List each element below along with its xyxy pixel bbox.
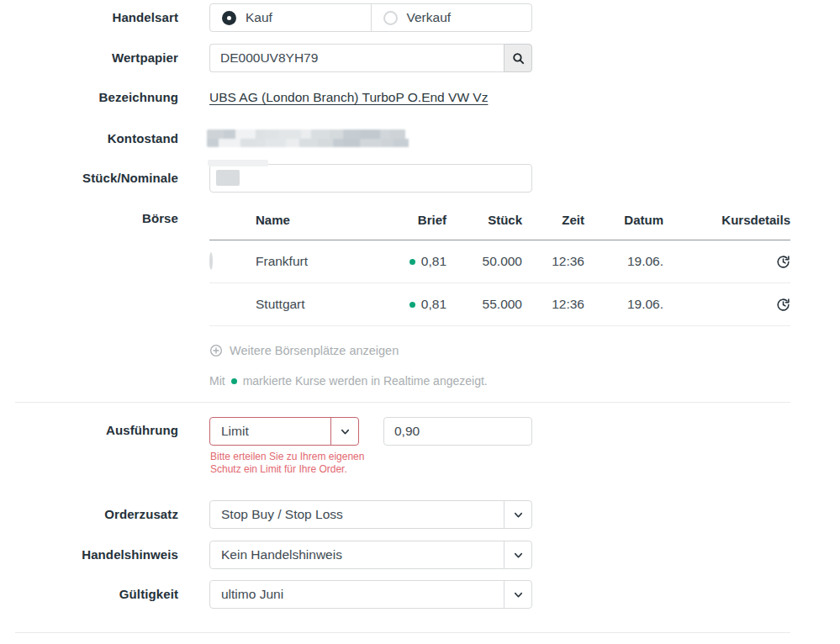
chevron-down-icon — [512, 549, 525, 562]
gueltigkeit-label: Gültigkeit — [0, 587, 178, 601]
gueltigkeit-value: ultimo Juni — [210, 581, 504, 608]
handelshinweis-label: Handelshinweis — [0, 547, 178, 562]
col-header-datum: Datum — [584, 213, 663, 227]
table-row-stuttgart: Stuttgart 0,81 55.000 12:36 19.06. — [209, 283, 790, 326]
realtime-note-prefix: Mit — [209, 374, 225, 388]
radio-option-verkauf[interactable]: Verkauf — [371, 4, 532, 31]
orderzusatz-select[interactable]: Stop Buy / Stop Loss — [209, 500, 532, 529]
chevron-down-icon — [512, 589, 525, 601]
handelsart-radio-group: Kauf Verkauf — [209, 3, 532, 32]
limit-value-input[interactable] — [383, 417, 532, 446]
brief-value: 0,81 — [421, 254, 446, 269]
boerse-table: Name Brief Stück Zeit Datum Kursdetails … — [209, 213, 790, 326]
wertpapier-label: Wertpapier — [0, 50, 178, 65]
plus-circle-icon — [209, 344, 223, 357]
chevron-down-icon — [512, 509, 525, 521]
order-form-page: Handelsart Wertpapier Bezeichnung Kontos… — [0, 0, 840, 644]
select-chevron-segment — [504, 581, 531, 608]
stueck-nominale-input[interactable] — [209, 164, 532, 193]
col-header-brief: Brief — [369, 213, 446, 227]
col-header-kursdetails: Kursdetails — [663, 213, 790, 227]
wertpapier-search-button[interactable] — [504, 44, 532, 72]
ausfuehrung-type-select[interactable]: Limit — [209, 417, 359, 446]
realtime-note: Mit markierte Kurse werden in Realtime a… — [209, 374, 488, 388]
datum-value: 19.06. — [584, 254, 663, 269]
boerse-table-header: Name Brief Stück Zeit Datum Kursdetails — [209, 213, 790, 240]
orderzusatz-value: Stop Buy / Stop Loss — [210, 501, 504, 528]
stueck-nominale-label: Stück/Nominale — [0, 171, 178, 185]
select-chevron-segment — [330, 418, 358, 445]
stueck-value: 50.000 — [446, 254, 522, 269]
col-header-stueck: Stück — [446, 213, 522, 227]
stueck-redaction-smudge — [208, 160, 268, 166]
limit-error-message: Bitte erteilen Sie zu Ihrem eigenen Schu… — [210, 451, 375, 476]
realtime-dot-icon — [409, 302, 415, 308]
exchange-radio-frankfurt[interactable] — [209, 252, 213, 270]
wertpapier-input[interactable] — [209, 44, 504, 72]
orderzusatz-label: Orderzusatz — [0, 507, 178, 521]
gueltigkeit-select[interactable]: ultimo Juni — [209, 580, 532, 609]
handelshinweis-select[interactable]: Kein Handelshinweis — [209, 541, 532, 569]
select-chevron-segment — [504, 501, 531, 528]
select-chevron-segment — [504, 541, 531, 568]
exchange-name: Frankfurt — [256, 254, 369, 269]
more-exchanges-label: Weitere Börsenplätze anzeigen — [230, 344, 399, 357]
zeit-value: 12:36 — [522, 297, 584, 312]
search-icon — [511, 51, 526, 66]
ausfuehrung-type-value: Limit — [210, 418, 330, 445]
section-divider — [15, 402, 790, 403]
table-row-frankfurt: Frankfurt 0,81 50.000 12:36 19.06. — [209, 240, 790, 283]
more-exchanges-link[interactable]: Weitere Börsenplätze anzeigen — [209, 344, 399, 357]
bezeichnung-link[interactable]: UBS AG (London Branch) TurboP O.End VW V… — [209, 90, 488, 105]
realtime-note-suffix: markierte Kurse werden in Realtime angez… — [243, 374, 488, 388]
kontostand-redacted — [207, 129, 415, 147]
kontostand-label: Kontostand — [0, 131, 178, 145]
wertpapier-field — [209, 44, 532, 72]
radio-option-kauf[interactable]: Kauf — [210, 4, 371, 31]
boerse-label: Börse — [0, 211, 178, 225]
radio-unselected-icon — [383, 11, 398, 25]
radio-selected-icon — [222, 11, 236, 25]
bezeichnung-label: Bezeichnung — [0, 90, 178, 104]
datum-value: 19.06. — [584, 297, 663, 312]
exchange-name: Stuttgart — [256, 297, 369, 312]
chevron-down-icon — [339, 425, 351, 438]
realtime-dot-icon — [231, 378, 237, 384]
stueck-value: 55.000 — [446, 297, 522, 312]
kursdetails-history-icon[interactable] — [776, 298, 790, 312]
brief-value: 0,81 — [421, 297, 446, 312]
ausfuehrung-label: Ausführung — [0, 423, 178, 437]
radio-option-kauf-label: Kauf — [246, 10, 272, 25]
realtime-dot-icon — [409, 259, 415, 265]
zeit-value: 12:36 — [522, 254, 584, 269]
col-header-zeit: Zeit — [522, 213, 584, 227]
stueck-redacted-value — [216, 170, 240, 186]
handelshinweis-value: Kein Handelshinweis — [210, 541, 504, 568]
kursdetails-history-icon[interactable] — [776, 255, 790, 269]
radio-option-verkauf-label: Verkauf — [407, 10, 452, 25]
handelsart-label: Handelsart — [0, 10, 178, 24]
bottom-divider — [15, 632, 790, 633]
col-header-name: Name — [256, 213, 369, 227]
